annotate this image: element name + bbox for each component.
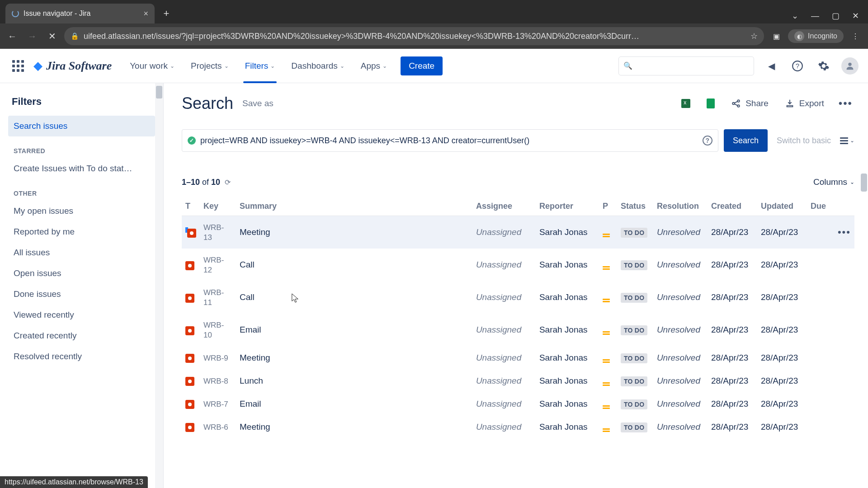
url-bar[interactable]: 🔒 uifeed.atlassian.net/issues/?jql=proje… [64,27,764,45]
more-actions-button[interactable]: ••• [837,95,854,112]
sidebar-item[interactable]: All issues [8,242,155,263]
maximize-button[interactable]: ▢ [832,11,840,21]
stop-reload-button[interactable]: ✕ [44,28,60,44]
table-row[interactable]: WRB-10EmailUnassignedSarah JonasTO DOUnr… [182,314,854,346]
table-row[interactable]: WRB-8LunchUnassignedSarah JonasTO DOUnre… [182,369,854,392]
issue-summary-link[interactable]: Call [240,292,255,302]
sidebar-item[interactable]: Create Issues with To do stat… [8,158,155,179]
table-row[interactable]: WRB-6MeetingUnassignedSarah JonasTO DOUn… [182,415,854,438]
refresh-icon[interactable]: ⟳ [225,178,231,187]
close-window-button[interactable]: ✕ [852,11,859,21]
chevron-down-icon: ⌄ [224,63,229,69]
issue-summary-link[interactable]: Meeting [240,353,270,362]
table-row[interactable]: WRB-9MeetingUnassignedSarah JonasTO DOUn… [182,346,854,369]
issue-summary-link[interactable]: Call [240,260,255,269]
nav-filters[interactable]: Filters⌄ [239,49,282,83]
col-created[interactable]: Created [708,197,757,216]
notifications-icon[interactable]: ◀ [762,57,780,75]
issue-key-link[interactable]: WRB-6 [203,423,228,432]
settings-icon[interactable] [815,57,833,75]
issue-key-link[interactable]: WRB-8 [203,377,228,385]
main-content: Search Save as Share Export ••• ✓ p [164,83,868,488]
col-summary[interactable]: Summary [236,197,472,216]
issue-key-link[interactable]: WRB-7 [203,400,228,408]
columns-button[interactable]: Columns ⌄ [813,177,854,187]
issue-summary-link[interactable]: Email [240,325,261,334]
incognito-icon: ◐ [794,31,804,41]
created-value: 28/Apr/23 [711,422,748,432]
nav-dashboards[interactable]: Dashboards⌄ [285,49,350,83]
issue-key-link[interactable]: WRB-13 [203,223,224,242]
table-row[interactable]: WRB-11CallUnassignedSarah JonasTO DOUnre… [182,281,854,314]
jira-logo-text: Jira Software [46,59,112,73]
assignee-value: Unassigned [476,422,521,432]
browser-tab[interactable]: Issue navigator - Jira × [5,4,155,23]
issue-key-link[interactable]: WRB-9 [203,354,228,362]
jql-help-icon[interactable]: ? [703,136,712,145]
sidebar-item[interactable]: Done issues [8,284,155,305]
table-header-row: T Key Summary Assignee Reporter P Status… [182,197,854,216]
back-button[interactable]: ← [5,28,20,44]
jira-logo[interactable]: ◆ Jira Software [33,59,112,73]
export-button[interactable]: Export [781,96,828,111]
sidebar-item[interactable]: Created recently [8,325,155,346]
col-assignee[interactable]: Assignee [472,197,536,216]
sidebar-search-issues[interactable]: Search issues [8,116,155,136]
col-key[interactable]: Key [200,197,236,216]
switch-to-basic-link[interactable]: Switch to basic [773,136,835,145]
create-button[interactable]: Create [401,56,443,75]
col-status[interactable]: Status [617,197,653,216]
view-switcher[interactable]: ⌄ [840,137,854,144]
bookmark-icon[interactable]: ☆ [750,31,758,41]
issue-summary-link[interactable]: Meeting [240,227,270,237]
sidebar-item[interactable]: Viewed recently [8,305,155,325]
nav-projects[interactable]: Projects⌄ [184,49,235,83]
help-icon[interactable]: ? [788,57,807,75]
export-excel-button[interactable] [678,96,694,111]
col-reporter[interactable]: Reporter [536,197,599,216]
issue-summary-link[interactable]: Lunch [240,376,263,385]
export-gsheet-button[interactable] [703,96,718,111]
incognito-badge[interactable]: ◐ Incognito [788,29,844,43]
share-button[interactable]: Share [727,96,772,111]
priority-medium-icon [603,405,610,409]
extensions-icon[interactable]: ▣ [773,32,780,41]
nav-your-work[interactable]: Your work⌄ [123,49,181,83]
assignee-value: Unassigned [476,376,521,385]
col-due[interactable]: Due [807,197,834,216]
sidebar-scrollbar[interactable] [155,83,163,488]
main-scrollbar[interactable] [861,174,867,192]
export-icon [785,99,795,108]
global-search-input[interactable]: 🔍 [618,56,754,75]
issue-summary-link[interactable]: Email [240,399,261,408]
tab-search-icon[interactable]: ⌄ [792,11,798,21]
table-row[interactable]: WRB-7EmailUnassignedSarah JonasTO DOUnre… [182,392,854,415]
tab-close-button[interactable]: × [143,9,148,19]
col-updated[interactable]: Updated [757,197,807,216]
share-icon [731,99,741,108]
table-row[interactable]: WRB-13MeetingUnassignedSarah JonasTO DOU… [182,216,854,249]
issue-key-link[interactable]: WRB-10 [203,321,224,339]
app-switcher-icon[interactable] [9,57,27,75]
col-priority[interactable]: P [599,197,617,216]
sidebar-item[interactable]: Reported by me [8,221,155,242]
profile-avatar[interactable] [841,57,859,75]
browser-menu-button[interactable]: ⋮ [852,32,859,41]
sidebar-item[interactable]: My open issues [8,201,155,221]
new-tab-button[interactable]: + [158,5,175,22]
sidebar-item[interactable]: Open issues [8,263,155,284]
minimize-button[interactable]: ― [811,11,819,21]
row-more-actions[interactable]: ••• [838,226,851,238]
col-type[interactable]: T [182,197,200,216]
issue-key-link[interactable]: WRB-11 [203,288,224,307]
list-view-icon [840,137,848,144]
sidebar-item[interactable]: Resolved recently [8,346,155,367]
save-as-button[interactable]: Save as [242,99,274,108]
table-row[interactable]: WRB-12CallUnassignedSarah JonasTO DOUnre… [182,249,854,281]
nav-apps[interactable]: Apps⌄ [354,49,393,83]
issue-key-link[interactable]: WRB-12 [203,256,224,274]
col-resolution[interactable]: Resolution [653,197,708,216]
search-button[interactable]: Search [724,129,768,152]
issue-summary-link[interactable]: Meeting [240,422,270,432]
jql-input[interactable]: ✓ project=WRB AND issuekey>=WRB-4 AND is… [182,129,718,152]
